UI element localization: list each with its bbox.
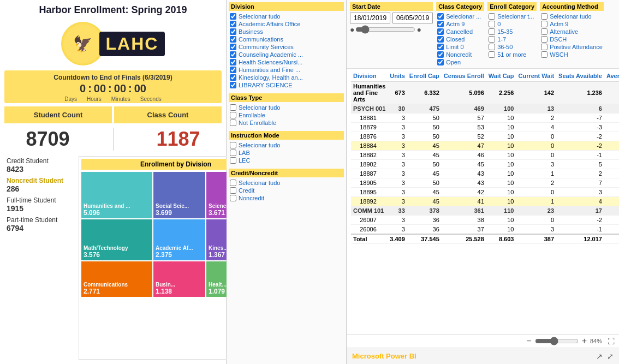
table-row[interactable]: 18895 3 45 42 10 0 3 42.0 93,3 % xyxy=(351,188,619,197)
table-row[interactable]: 26006 3 36 37 10 3 -1 37.0 102,8 % xyxy=(351,225,619,235)
division-filter-health[interactable]: Health Sciences/Nursi... xyxy=(229,58,344,66)
acct-wsch[interactable]: WSCH xyxy=(540,51,604,58)
tab-class-count[interactable]: Class Count xyxy=(114,106,222,123)
class-cat-open[interactable]: Open xyxy=(436,58,484,66)
fullscreen-icon[interactable]: ⤢ xyxy=(607,352,614,361)
cell-units: 30 xyxy=(388,104,407,114)
class-cat-cancelled[interactable]: Cancelled xyxy=(436,28,484,35)
credit-noncredit-noncredit[interactable]: Noncredit xyxy=(229,194,344,202)
credit-noncredit-credit[interactable]: Credit xyxy=(229,187,344,194)
enroll-cat-1-7[interactable]: 1-7 xyxy=(487,35,537,43)
instruction-mode-lec[interactable]: LEC xyxy=(229,157,344,164)
powerbi-link[interactable]: Microsoft Power BI xyxy=(352,352,416,360)
instruction-mode-all[interactable]: Selecionar tudo xyxy=(229,141,344,149)
class-type-filter-section: Class Type Selecionar tudo Enrollable No… xyxy=(229,93,344,127)
class-cat-actm9[interactable]: Actm 9 xyxy=(436,20,484,28)
instruction-mode-lab[interactable]: LAB xyxy=(229,149,344,157)
start-date-slider[interactable] xyxy=(355,25,415,34)
enroll-cat-51more[interactable]: 51 or more xyxy=(487,51,537,58)
cell-census-enroll: 41 xyxy=(442,197,486,206)
tab-student-count[interactable]: Student Count xyxy=(4,106,112,123)
acct-actm9[interactable]: Actm 9 xyxy=(540,20,604,28)
table-area[interactable]: Division Units Enroll Cap Census Enroll … xyxy=(347,69,619,334)
treemap-academic[interactable]: Academic Af... 2.375 xyxy=(153,219,205,260)
class-cat-closed[interactable]: Closed xyxy=(436,35,484,43)
table-row[interactable]: 18902 3 50 45 10 3 5 45.0 90.0 % xyxy=(351,160,619,169)
division-filter-community[interactable]: Community Services xyxy=(229,43,344,51)
cell-current-wait: 1 xyxy=(516,197,556,206)
cell-current-wait: 387 xyxy=(516,234,556,244)
cell-wait-cap: 10 xyxy=(486,225,516,235)
enroll-cat-all[interactable]: Selecionar t... xyxy=(487,13,537,20)
student-stats: Credit Student 8423 Noncredit Student 28… xyxy=(4,156,75,360)
cell-enroll-cap: 6.332 xyxy=(407,81,442,104)
class-type-not-enrollable[interactable]: Not Enrollable xyxy=(229,119,344,127)
class-cat-noncredit[interactable]: Noncredit xyxy=(436,51,484,58)
enrollment-table: Division Units Enroll Cap Census Enroll … xyxy=(351,71,619,244)
cell-enroll-cap: 50 xyxy=(407,132,442,141)
table-row[interactable]: 18905 3 50 43 10 2 7 43.0 86.0 % xyxy=(351,178,619,188)
treemap-social[interactable]: Social Scie... 3.699 xyxy=(153,172,205,218)
cell-units: 673 xyxy=(388,81,407,104)
accounting-method-section: Accounting Method Selecionar tudo Actm 9… xyxy=(540,2,604,66)
countdown-minutes: 00 xyxy=(114,82,126,95)
table-row[interactable]: 18892 3 45 41 10 1 4 41.0 91,1 % xyxy=(351,197,619,206)
start-date-to[interactable]: 06/05/2019 xyxy=(392,13,433,23)
cell-division: 18882 xyxy=(351,151,388,160)
zoom-plus-btn[interactable]: + xyxy=(582,336,587,346)
table-row[interactable]: Humanities and Fine Arts 673 6.332 5.096… xyxy=(351,81,619,104)
cell-seats-available: 17 xyxy=(556,206,604,216)
table-row[interactable]: 18876 3 50 52 10 0 -2 52.0 104.0 % xyxy=(351,132,619,141)
division-filter-header: Division xyxy=(229,2,344,11)
cell-census-enroll: 38 xyxy=(442,216,486,225)
cell-units: 3 xyxy=(388,216,407,225)
division-filter-business[interactable]: Business xyxy=(229,28,344,35)
start-date-from[interactable]: 18/01/2019 xyxy=(350,13,390,23)
acct-alternative[interactable]: Alternative xyxy=(540,28,604,35)
table-row[interactable]: 26007 3 36 38 10 0 -2 38.0 105,6 % xyxy=(351,216,619,225)
share-icon[interactable]: ↗ xyxy=(596,352,603,361)
treemap-humanities[interactable]: Humanities and ... 5.096 xyxy=(81,172,152,218)
treemap-math[interactable]: Math/Technology 3.576 xyxy=(81,219,152,260)
division-filter-library[interactable]: LIBRARY SCIENCE xyxy=(229,81,344,89)
class-type-enrollable[interactable]: Enrollable xyxy=(229,111,344,119)
table-row[interactable]: 18879 3 50 53 10 4 -3 53.0 106.0 % xyxy=(351,123,619,132)
acct-dsch[interactable]: DSCH xyxy=(540,35,604,43)
table-row[interactable]: PSYCH 001 30 475 469 100 13 6 46,9 98,7 … xyxy=(351,104,619,114)
cell-division: 18884 xyxy=(351,141,388,151)
table-row[interactable]: 18884 3 45 47 10 0 -2 47.0 104,4 % xyxy=(351,141,619,151)
logo-area: 🦅 LAHC xyxy=(4,19,222,68)
division-filter-humanities[interactable]: Humanities and Fine ... xyxy=(229,66,344,74)
division-filter-counseling[interactable]: Counseling Academic ... xyxy=(229,51,344,58)
col-division: Division xyxy=(351,71,388,81)
zoom-slider[interactable] xyxy=(535,337,579,345)
class-cat-all[interactable]: Selecionar ... xyxy=(436,13,484,20)
table-row[interactable]: Total 3.409 37.545 25.528 8.603 387 12.0… xyxy=(351,234,619,244)
cell-census-enroll: 469 xyxy=(442,104,486,114)
enroll-cat-0[interactable]: 0 xyxy=(487,20,537,28)
class-type-all[interactable]: Selecionar tudo xyxy=(229,104,344,111)
division-filter-academic-affairs[interactable]: Academic Affairs Office xyxy=(229,20,344,28)
powerbi-footer: Microsoft Power BI ↗ ⤢ xyxy=(347,348,619,364)
treemap-comm[interactable]: Communications 2.771 xyxy=(81,261,152,297)
zoom-minus-btn[interactable]: − xyxy=(526,336,531,346)
class-cat-limit0[interactable]: Limit 0 xyxy=(436,43,484,51)
acct-all[interactable]: Selecionar tudo xyxy=(540,13,604,20)
enroll-cat-15-35[interactable]: 15-35 xyxy=(487,28,537,35)
division-filter-communications[interactable]: Communications xyxy=(229,35,344,43)
expand-icon[interactable]: ⛶ xyxy=(608,337,615,345)
filter-panel: Division Selecionar tudo Academic Affair… xyxy=(227,0,347,364)
cell-wait-cap: 10 xyxy=(486,132,516,141)
cell-wait-cap: 10 xyxy=(486,169,516,178)
credit-noncredit-all[interactable]: Selecionar tudo xyxy=(229,179,344,187)
table-row[interactable]: 18882 3 45 46 10 0 -1 46.0 102,2 % xyxy=(351,151,619,160)
table-row[interactable]: 18887 3 45 43 10 1 2 43.0 95,6 % xyxy=(351,169,619,178)
table-row[interactable]: COMM 101 33 378 361 110 23 17 32,8 95,5 … xyxy=(351,206,619,216)
class-category-section: Class Category Selecionar ... Actm 9 Can… xyxy=(436,2,484,66)
enroll-cat-36-50[interactable]: 36-50 xyxy=(487,43,537,51)
acct-positive[interactable]: Positive Attendance xyxy=(540,43,604,51)
treemap-busin[interactable]: Busin... 1.138 xyxy=(153,261,205,297)
division-filter-kinesiology[interactable]: Kinesiology, Health an... xyxy=(229,74,344,81)
table-row[interactable]: 18881 3 50 57 10 2 -7 57.0 114.0 % xyxy=(351,114,619,123)
division-filter-all[interactable]: Selecionar tudo xyxy=(229,13,344,20)
